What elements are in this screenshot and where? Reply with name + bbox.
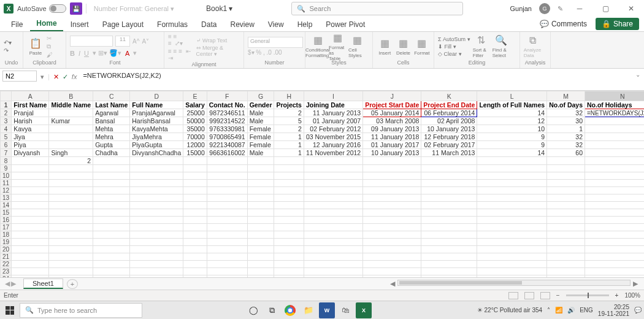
cell-A8[interactable]: [12, 157, 49, 165]
cell-D16[interactable]: [130, 217, 183, 224]
row-header[interactable]: 14: [1, 202, 12, 209]
cell-H10[interactable]: [274, 172, 304, 180]
cell-H14[interactable]: [274, 202, 304, 209]
number-format-select[interactable]: General: [248, 37, 303, 48]
cell-I2[interactable]: 11 January 2013: [304, 109, 362, 117]
cell-C4[interactable]: Mehta: [93, 125, 130, 133]
tab-powerpivot[interactable]: Power Pivot: [320, 18, 371, 31]
cell-H5[interactable]: 1: [274, 133, 304, 141]
cell-N4[interactable]: [585, 125, 644, 133]
zoom-level[interactable]: 100%: [624, 292, 640, 299]
cell-D20[interactable]: [130, 246, 183, 253]
cell-B18[interactable]: [49, 231, 93, 239]
cell-K18[interactable]: [421, 231, 477, 239]
cell-C11[interactable]: [93, 180, 130, 187]
cell-I21[interactable]: [304, 253, 362, 261]
row-header[interactable]: 17: [1, 224, 12, 231]
row-header[interactable]: 13: [1, 194, 12, 202]
cell-E14[interactable]: [183, 202, 207, 209]
cell-H15[interactable]: [274, 209, 304, 217]
cell-F19[interactable]: [207, 239, 247, 246]
col-header-E[interactable]: E: [183, 91, 207, 101]
conditional-formatting-button[interactable]: ▦Conditional Formatting: [309, 36, 326, 57]
cell-J3[interactable]: 03 March 2008: [363, 117, 421, 125]
col-header-K[interactable]: K: [421, 91, 477, 101]
cell-L2[interactable]: 14: [477, 109, 547, 117]
cell-K17[interactable]: [421, 224, 477, 231]
cell-F7[interactable]: 9663616002: [207, 149, 247, 157]
header-cell[interactable]: No.of Holidays: [585, 101, 644, 109]
row-header[interactable]: 8: [1, 157, 12, 165]
row-header[interactable]: 11: [1, 180, 12, 187]
cell-B16[interactable]: [49, 217, 93, 224]
cell-A22[interactable]: [12, 261, 49, 268]
cell-M12[interactable]: [547, 187, 585, 194]
autosave-toggle[interactable]: AutoSave: [17, 4, 66, 13]
cell-E17[interactable]: [183, 224, 207, 231]
cell-E18[interactable]: [183, 231, 207, 239]
row-header[interactable]: 23: [1, 268, 12, 275]
cell-K15[interactable]: [421, 209, 477, 217]
cell-N3[interactable]: [585, 117, 644, 125]
cell-C19[interactable]: [93, 239, 130, 246]
format-cells-button[interactable]: ▦Format: [414, 36, 430, 57]
cell-M24[interactable]: [547, 275, 585, 278]
font-family-select[interactable]: [70, 36, 113, 47]
cell-J19[interactable]: [363, 239, 421, 246]
scroll-left-icon[interactable]: ◀: [390, 280, 395, 288]
cell-M13[interactable]: [547, 194, 585, 202]
cell-C24[interactable]: [93, 275, 130, 278]
analyze-data-button[interactable]: ⧉Analyze Data: [524, 36, 541, 57]
zoom-slider[interactable]: [566, 294, 609, 296]
cell-J10[interactable]: [363, 172, 421, 180]
insert-cells-button[interactable]: ▦Insert: [377, 36, 393, 57]
cell-H6[interactable]: 1: [274, 141, 304, 149]
cell-H4[interactable]: 2: [274, 125, 304, 133]
tab-formulas[interactable]: Formulas: [151, 18, 194, 31]
cell-I10[interactable]: [304, 172, 362, 180]
cell-H11[interactable]: [274, 180, 304, 187]
clear-button[interactable]: ◇ Clear ▾: [438, 51, 470, 57]
cell-C14[interactable]: [93, 202, 130, 209]
header-cell[interactable]: No.of Days: [547, 101, 585, 109]
cell-A3[interactable]: Harish: [12, 117, 49, 125]
cell-J20[interactable]: [363, 246, 421, 253]
cell-A21[interactable]: [12, 253, 49, 261]
row-header[interactable]: 19: [1, 239, 12, 246]
row-header[interactable]: 1: [1, 101, 12, 109]
cell-G13[interactable]: [247, 194, 274, 202]
view-normal-button[interactable]: [508, 292, 518, 299]
cell-D10[interactable]: [130, 172, 183, 180]
cell-A5[interactable]: Jiya: [12, 133, 49, 141]
cell-C21[interactable]: [93, 253, 130, 261]
cell-I20[interactable]: [304, 246, 362, 253]
view-pagelayout-button[interactable]: [524, 292, 534, 299]
formula-input[interactable]: =NETWORKDAYS(J2,K2): [80, 71, 644, 82]
header-cell[interactable]: Contact No.: [207, 101, 247, 109]
horizontal-scrollbar[interactable]: [397, 280, 631, 286]
cell-G2[interactable]: Male: [247, 109, 274, 117]
delete-cells-button[interactable]: ▦Delete: [395, 36, 411, 57]
cell-G7[interactable]: Male: [247, 149, 274, 157]
cell-E20[interactable]: [183, 246, 207, 253]
cell-N15[interactable]: [585, 209, 644, 217]
cell-N7[interactable]: [585, 149, 644, 157]
cell-J11[interactable]: [363, 180, 421, 187]
minimize-button[interactable]: ─: [570, 1, 589, 16]
cell-K21[interactable]: [421, 253, 477, 261]
word-icon[interactable]: W: [319, 302, 335, 318]
cell-I13[interactable]: [304, 194, 362, 202]
cell-J14[interactable]: [363, 202, 421, 209]
cell-B12[interactable]: [49, 187, 93, 194]
tab-file[interactable]: File: [5, 18, 29, 31]
cell-styles-button[interactable]: ▦Cell Styles: [348, 36, 366, 57]
header-cell[interactable]: Project Start Date: [363, 101, 421, 109]
cell-N24[interactable]: [585, 275, 644, 278]
cell-B6[interactable]: [49, 141, 93, 149]
cell-L4[interactable]: 10: [477, 125, 547, 133]
zoom-out-button[interactable]: −: [556, 292, 560, 299]
cell-F16[interactable]: [207, 217, 247, 224]
cell-D15[interactable]: [130, 209, 183, 217]
cell-B14[interactable]: [49, 202, 93, 209]
cell-H19[interactable]: [274, 239, 304, 246]
